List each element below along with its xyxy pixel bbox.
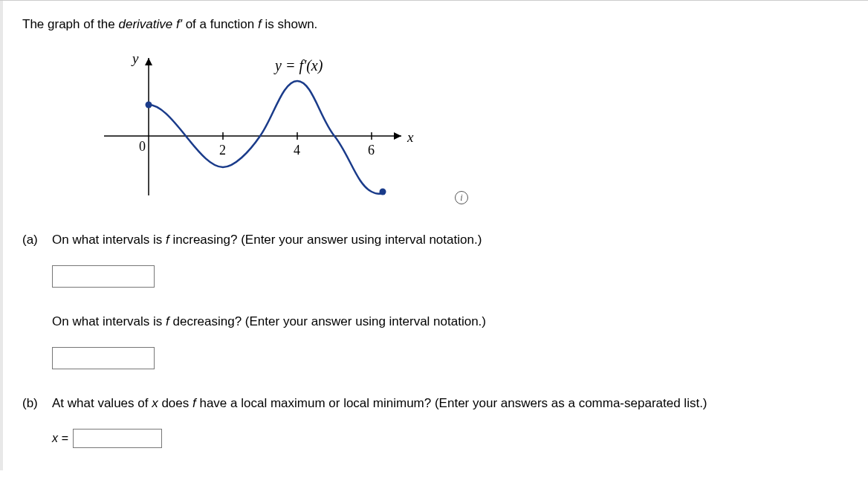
part-a-q1: On what intervals is f increasing? (Ente… xyxy=(52,233,846,247)
qb-x: x xyxy=(152,396,158,410)
part-b: (b) At what values of x does f have a lo… xyxy=(22,396,846,420)
part-b-q: At what values of x does f have a local … xyxy=(52,396,846,411)
part-b-input[interactable] xyxy=(73,429,162,448)
q2-post: decreasing? (Enter your answer using int… xyxy=(169,314,486,328)
curve-label: y = f'(x) xyxy=(273,57,323,74)
problem-text-prefix: The graph of the xyxy=(22,17,118,31)
derivative-curve xyxy=(149,81,383,194)
tick-label-4: 4 xyxy=(294,143,300,158)
part-b-label: (b) xyxy=(22,396,52,411)
part-a-q2-row: On what intervals is f decreasing? (Ente… xyxy=(22,314,846,338)
problem-text-suffix: is shown. xyxy=(262,17,318,31)
curve-end-point xyxy=(380,189,386,195)
x-axis-arrow xyxy=(394,132,401,140)
x-axis-label: x xyxy=(407,129,414,145)
q1-pre: On what intervals is xyxy=(52,233,166,247)
x-equals-label: x = xyxy=(52,432,68,445)
part-a-increasing-input[interactable] xyxy=(52,265,155,288)
part-a-q2: On what intervals is f decreasing? (Ente… xyxy=(52,314,846,329)
y-axis-label: y xyxy=(131,51,139,66)
problem-text-middle: of a function xyxy=(182,17,258,31)
q1-post: increasing? (Enter your answer using int… xyxy=(169,233,482,247)
curve-start-point xyxy=(146,102,152,108)
left-border xyxy=(0,1,3,470)
part-a-decreasing-input[interactable] xyxy=(52,347,155,369)
part-a: (a) On what intervals is f increasing? (… xyxy=(22,233,846,256)
problem-derivative: derivative f' xyxy=(118,17,181,31)
q2-pre: On what intervals is xyxy=(52,314,166,328)
tick-label-2: 2 xyxy=(219,143,226,158)
origin-label: 0 xyxy=(139,139,146,154)
info-icon[interactable]: i xyxy=(455,191,468,204)
y-axis-arrow xyxy=(145,58,152,65)
qb-mid: does xyxy=(158,396,192,410)
derivative-graph: 0 2 4 6 y x y = f'(x) i xyxy=(82,47,438,210)
qb-pre: At what values of xyxy=(52,396,152,410)
graph-svg: 0 2 4 6 y x y = f'(x) xyxy=(82,47,438,210)
problem-statement: The graph of the derivative f' of a func… xyxy=(22,17,846,32)
tick-label-6: 6 xyxy=(368,143,375,158)
part-a-label: (a) xyxy=(22,233,52,247)
qb-post: have a local maximum or local minimum? (… xyxy=(196,396,707,410)
